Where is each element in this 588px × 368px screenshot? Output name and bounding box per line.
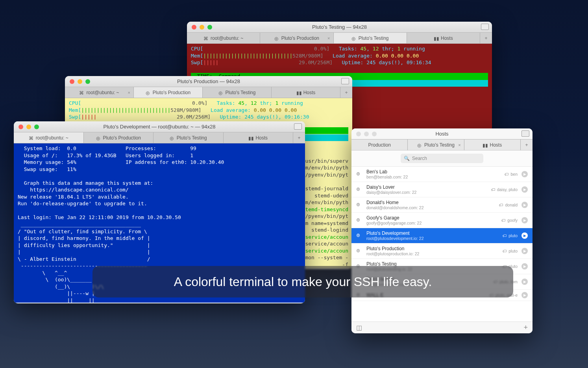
tab-root[interactable]: ⌘root@ubuntu: ~× bbox=[65, 87, 134, 98]
terminal-icon: ◎ bbox=[351, 36, 356, 41]
tag-icon: 🏷 bbox=[501, 218, 506, 223]
window-stack-icon[interactable] bbox=[481, 24, 488, 30]
host-tags: 🏷pluto bbox=[503, 249, 518, 253]
close-icon[interactable] bbox=[356, 132, 361, 136]
tab-production[interactable]: Production bbox=[351, 139, 408, 150]
tab-production[interactable]: ◎Pluto's Production bbox=[134, 87, 203, 98]
terminal-icon: ⌘ bbox=[203, 36, 208, 41]
search-icon: 🔍 bbox=[404, 156, 410, 161]
connect-button[interactable]: ▶ bbox=[521, 292, 528, 298]
host-icon: ⊚ bbox=[356, 202, 362, 208]
titlebar[interactable]: Pluto's Development — root@ubuntu: ~ — 9… bbox=[14, 121, 305, 132]
close-tab-icon[interactable]: × bbox=[458, 143, 460, 147]
tab-testing[interactable]: ◎Pluto's Testing bbox=[153, 132, 224, 143]
host-row[interactable]: ⊚ Pluto's Productionroot@plutosproductio… bbox=[351, 243, 533, 259]
sidebar-toggle-icon[interactable]: ◫ bbox=[356, 324, 362, 331]
hosts-icon: ▮▮ bbox=[483, 143, 487, 147]
window-stack-icon[interactable] bbox=[521, 131, 529, 137]
host-icon: ⊚ bbox=[356, 217, 362, 223]
host-tags: 🏷daisy, pluto bbox=[491, 187, 518, 192]
titlebar[interactable]: Hosts bbox=[351, 128, 533, 139]
close-tab-icon[interactable]: × bbox=[327, 36, 330, 41]
tab-testing[interactable]: ◎Pluto's Testing× bbox=[408, 139, 464, 150]
tag-icon: 🏷 bbox=[491, 187, 496, 192]
hosts-toolbar: 🔍 Search bbox=[351, 151, 533, 167]
host-name: Pluto's Development bbox=[366, 230, 499, 236]
connect-button[interactable]: ▶ bbox=[521, 232, 528, 239]
close-tab-icon[interactable]: × bbox=[128, 90, 130, 95]
hosts-icon: ▮▮ bbox=[296, 90, 301, 95]
tab-hosts[interactable]: ▮▮Hosts bbox=[407, 33, 480, 43]
minimize-icon[interactable] bbox=[200, 25, 204, 30]
tab-testing[interactable]: ◎Pluto's Testing bbox=[203, 87, 272, 98]
zoom-icon[interactable] bbox=[34, 125, 39, 129]
hosts-icon: ▮▮ bbox=[248, 136, 253, 140]
tab-hosts[interactable]: ▮▮Hosts bbox=[272, 87, 340, 98]
add-host-button[interactable]: + bbox=[523, 323, 528, 332]
minimize-icon[interactable] bbox=[78, 79, 82, 84]
hosts-icon: ▮▮ bbox=[434, 36, 438, 41]
new-tab-button[interactable]: + bbox=[293, 132, 305, 143]
connect-button[interactable]: ▶ bbox=[521, 202, 528, 208]
titlebar[interactable]: Pluto's Production — 94x28 bbox=[65, 76, 352, 87]
host-icon: ⊚ bbox=[356, 186, 362, 193]
zoom-icon[interactable] bbox=[85, 79, 90, 84]
close-icon[interactable] bbox=[192, 25, 196, 30]
close-icon[interactable] bbox=[70, 79, 74, 84]
close-icon[interactable] bbox=[18, 125, 23, 129]
tab-root[interactable]: ⌘root@ubuntu: ~ bbox=[14, 132, 84, 143]
host-row[interactable]: ⊚ Donald's Homedonald@donaldshome.com: 2… bbox=[351, 197, 533, 213]
host-row[interactable]: ⊚ Pluto's Developmentroot@plutosdevelopm… bbox=[351, 228, 533, 243]
tab-bar: ⌘root@ubuntu: ~× ◎Pluto's Production ◎Pl… bbox=[65, 87, 352, 98]
host-address: goofy@goofysgarage.com: 22 bbox=[366, 221, 497, 225]
window-title: Hosts bbox=[351, 131, 533, 137]
host-address: daisy@daisyslover.com: 22 bbox=[366, 190, 487, 195]
host-icon: ⊚ bbox=[356, 248, 362, 254]
tag-icon: 🏷 bbox=[499, 203, 503, 207]
titlebar[interactable]: Pluto's Testing — 94x28 bbox=[187, 22, 492, 33]
host-tags: 🏷donald bbox=[499, 203, 518, 207]
new-tab-button[interactable]: + bbox=[521, 139, 533, 150]
search-input[interactable]: 🔍 Search bbox=[401, 154, 483, 163]
host-tags: 🏷goofy bbox=[501, 218, 518, 223]
marketing-banner: A colorful terminal to make your SSH lif… bbox=[92, 266, 513, 297]
host-row[interactable]: ⊚ Goofy's Garagegoofy@goofysgarage.com: … bbox=[351, 213, 533, 228]
tab-testing[interactable]: ◎Pluto's Testing bbox=[334, 33, 407, 43]
minimize-icon[interactable] bbox=[26, 125, 31, 129]
connect-button[interactable]: ▶ bbox=[521, 263, 528, 269]
connect-button[interactable]: ▶ bbox=[521, 217, 528, 223]
host-icon: ⊚ bbox=[356, 171, 362, 177]
host-icon: ⊚ bbox=[356, 232, 362, 239]
host-address: root@plutosproduction.io: 22 bbox=[366, 251, 499, 256]
terminal-icon: ◎ bbox=[170, 136, 174, 140]
connect-button[interactable]: ▶ bbox=[521, 171, 528, 177]
connect-button[interactable]: ▶ bbox=[521, 248, 528, 254]
host-row[interactable]: ⊚ Ben's Labben@benslab.com: 22 🏷ben ▶ bbox=[351, 167, 533, 182]
new-tab-button[interactable]: + bbox=[480, 33, 492, 43]
tab-production[interactable]: ◎Pluto's Production bbox=[84, 132, 154, 143]
host-row[interactable]: ⊚ Daisy's Loverdaisy@daisyslover.com: 22… bbox=[351, 182, 533, 197]
search-placeholder: Search bbox=[412, 156, 427, 161]
host-tags: 🏷pluto bbox=[503, 233, 518, 238]
connect-button[interactable]: ▶ bbox=[521, 279, 528, 285]
tab-hosts[interactable]: ▮▮Hosts bbox=[224, 132, 294, 143]
tab-production[interactable]: ◎Pluto's Production× bbox=[260, 33, 333, 43]
terminal-icon: ◎ bbox=[417, 143, 422, 147]
tag-icon: 🏷 bbox=[503, 249, 507, 253]
tab-root[interactable]: ⌘root@ubuntu: ~ bbox=[187, 33, 260, 43]
new-tab-button[interactable]: + bbox=[340, 87, 352, 98]
window-title: Pluto's Production — 94x28 bbox=[65, 78, 352, 84]
zoom-icon[interactable] bbox=[372, 132, 377, 136]
tab-bar: Production ◎Pluto's Testing× ▮▮Hosts + bbox=[351, 139, 533, 151]
tab-hosts[interactable]: ▮▮Hosts bbox=[464, 139, 521, 150]
minimize-icon[interactable] bbox=[364, 132, 369, 136]
tab-bar: ⌘root@ubuntu: ~ ◎Pluto's Production× ◎Pl… bbox=[187, 33, 492, 44]
zoom-icon[interactable] bbox=[207, 25, 212, 30]
terminal-icon: ◎ bbox=[96, 136, 101, 140]
connect-button[interactable]: ▶ bbox=[521, 186, 528, 193]
window-stack-icon[interactable] bbox=[294, 124, 301, 130]
window-stack-icon[interactable] bbox=[341, 79, 348, 84]
host-name: Goofy's Garage bbox=[366, 215, 497, 221]
hosts-footer: ◫ + bbox=[351, 322, 533, 333]
host-address: donald@donaldshome.com: 22 bbox=[366, 205, 495, 210]
